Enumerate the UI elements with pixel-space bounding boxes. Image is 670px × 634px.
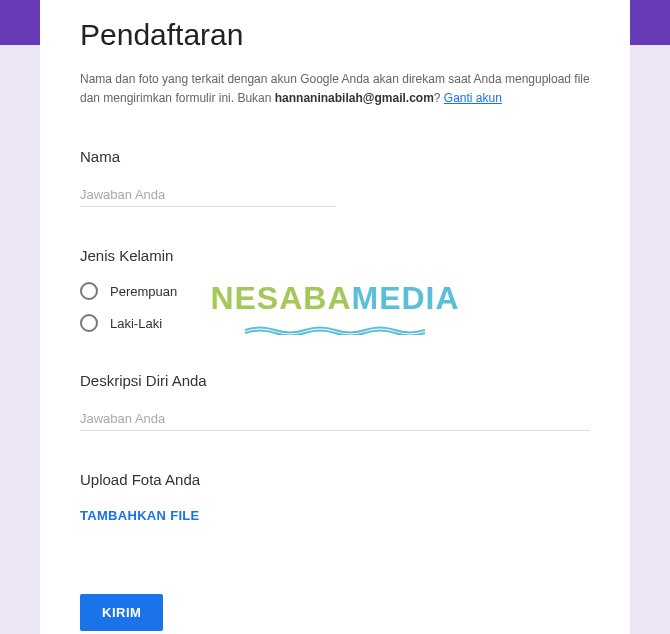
question-self-desc: Deskripsi Diri Anda: [80, 372, 590, 431]
form-container: Pendaftaran Nama dan foto yang terkait d…: [40, 0, 630, 634]
desc-email: hannaninabilah@gmail.com: [275, 91, 434, 105]
radio-label: Perempuan: [110, 284, 177, 299]
question-name-title: Nama: [80, 148, 590, 165]
radio-icon: [80, 314, 98, 332]
switch-account-link[interactable]: Ganti akun: [444, 91, 502, 105]
question-selfdesc-title: Deskripsi Diri Anda: [80, 372, 590, 389]
form-title: Pendaftaran: [80, 18, 590, 52]
question-gender-title: Jenis Kelamin: [80, 247, 590, 264]
add-file-button[interactable]: TAMBAHKAN FILE: [80, 508, 200, 523]
watermark-wave-icon: [245, 325, 425, 335]
question-name: Nama: [80, 148, 590, 207]
desc-text2: ?: [434, 91, 444, 105]
selfdesc-input[interactable]: [80, 407, 590, 431]
question-gender: Jenis Kelamin Perempuan Laki-Laki: [80, 247, 590, 332]
form-description: Nama dan foto yang terkait dengan akun G…: [80, 70, 590, 108]
question-upload: Upload Fota Anda TAMBAHKAN FILE: [80, 471, 590, 524]
name-input[interactable]: [80, 183, 335, 207]
radio-option-perempuan[interactable]: Perempuan: [80, 282, 590, 300]
radio-icon: [80, 282, 98, 300]
submit-button[interactable]: KIRIM: [80, 594, 163, 631]
radio-label: Laki-Laki: [110, 316, 162, 331]
question-upload-title: Upload Fota Anda: [80, 471, 590, 488]
